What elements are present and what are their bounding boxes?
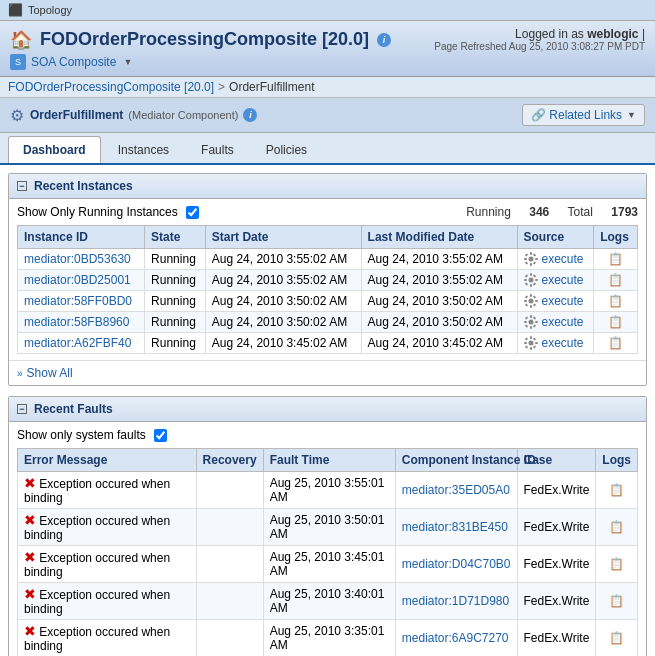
gear-icon	[524, 273, 538, 287]
fault-time: Aug 25, 2010 3:40:01 AM	[263, 583, 395, 620]
fault-case: FedEx.Write	[517, 583, 596, 620]
svg-rect-31	[535, 321, 538, 323]
col-state: State	[145, 226, 206, 249]
fault-component-id[interactable]: mediator:35ED05A0	[395, 472, 517, 509]
instance-id-link[interactable]: mediator:A62FBF40	[24, 336, 131, 350]
fault-recovery	[196, 472, 263, 509]
svg-rect-2	[530, 263, 532, 266]
breadcrumb-part2: OrderFulfillment	[229, 80, 314, 94]
source-link[interactable]: execute	[542, 273, 584, 287]
fault-error-msg: ✖ Exception occured when binding	[18, 620, 197, 657]
error-icon: ✖	[24, 512, 36, 528]
error-icon: ✖	[24, 623, 36, 639]
instance-source[interactable]: execute	[517, 312, 594, 333]
page-info-icon[interactable]: i	[243, 108, 257, 122]
gear-icon	[524, 252, 538, 266]
source-link[interactable]: execute	[542, 252, 584, 266]
instance-log[interactable]: 📋	[594, 249, 638, 270]
svg-point-18	[528, 299, 533, 304]
login-info: Logged in as weblogic | Page Refreshed A…	[434, 27, 645, 52]
related-links-button[interactable]: 🔗 Related Links ▼	[522, 104, 645, 126]
col-error-msg: Error Message	[18, 449, 197, 472]
tab-instances[interactable]: Instances	[103, 136, 184, 163]
soa-composite-label[interactable]: SOA Composite	[31, 55, 116, 69]
instance-source[interactable]: execute	[517, 333, 594, 354]
svg-rect-35	[532, 324, 536, 328]
table-row: ✖ Exception occured when binding Aug 25,…	[18, 472, 638, 509]
page-title: OrderFulfillment (Mediator Component) i	[30, 108, 257, 122]
instance-source[interactable]: execute	[517, 249, 594, 270]
instance-modified: Aug 24, 2010 3:50:02 AM	[361, 312, 517, 333]
collapse-faults-icon[interactable]: −	[17, 404, 27, 414]
fault-log[interactable]: 📋	[596, 509, 638, 546]
tab-policies[interactable]: Policies	[251, 136, 322, 163]
instances-table: Instance ID State Start Date Last Modifi…	[17, 225, 638, 354]
fault-error-msg: ✖ Exception occured when binding	[18, 472, 197, 509]
instance-start: Aug 24, 2010 3:50:02 AM	[205, 312, 361, 333]
table-row: ✖ Exception occured when binding Aug 25,…	[18, 546, 638, 583]
tab-faults[interactable]: Faults	[186, 136, 249, 163]
source-link[interactable]: execute	[542, 315, 584, 329]
source-link[interactable]: execute	[542, 294, 584, 308]
instances-filter-row: Show Only Running Instances Running 346 …	[17, 205, 638, 219]
soa-dropdown-arrow[interactable]: ▼	[123, 57, 132, 67]
fault-component-id[interactable]: mediator:D04C70B0	[395, 546, 517, 583]
title-info-icon[interactable]: i	[377, 33, 391, 47]
instance-log[interactable]: 📋	[594, 270, 638, 291]
component-id-link[interactable]: mediator:35ED05A0	[402, 483, 510, 497]
instance-source[interactable]: execute	[517, 291, 594, 312]
gear-icon	[524, 315, 538, 329]
svg-rect-3	[524, 258, 527, 260]
svg-rect-23	[524, 295, 528, 299]
fault-component-id[interactable]: mediator:6A9C7270	[395, 620, 517, 657]
component-id-link[interactable]: mediator:D04C70B0	[402, 557, 511, 571]
component-id-link[interactable]: mediator:1D71D980	[402, 594, 509, 608]
component-id-link[interactable]: mediator:6A9C7270	[402, 631, 509, 645]
fault-case: FedEx.Write	[517, 509, 596, 546]
topbar-label: Topology	[28, 4, 72, 16]
fault-log[interactable]: 📋	[596, 583, 638, 620]
show-running-checkbox[interactable]	[186, 206, 199, 219]
collapse-instances-icon[interactable]: −	[17, 181, 27, 191]
main-content: − Recent Instances Show Only Running Ins…	[0, 165, 655, 656]
source-link[interactable]: execute	[542, 336, 584, 350]
svg-rect-39	[524, 342, 527, 344]
component-header: ⚙ OrderFulfillment (Mediator Component) …	[0, 98, 655, 133]
breadcrumb-part1[interactable]: FODOrderProcessingComposite [20.0]	[8, 80, 214, 94]
instance-log[interactable]: 📋	[594, 333, 638, 354]
fault-log[interactable]: 📋	[596, 620, 638, 657]
instance-log[interactable]: 📋	[594, 291, 638, 312]
table-row: mediator:0BD25001 Running Aug 24, 2010 3…	[18, 270, 638, 291]
fault-log[interactable]: 📋	[596, 546, 638, 583]
table-row: ✖ Exception occured when binding Aug 25,…	[18, 620, 638, 657]
component-id-link[interactable]: mediator:831BE450	[402, 520, 508, 534]
running-count: 346	[529, 205, 549, 219]
svg-rect-1	[530, 252, 532, 255]
svg-rect-37	[530, 336, 532, 339]
instance-log[interactable]: 📋	[594, 312, 638, 333]
gear-icon	[524, 336, 538, 350]
show-all-instances[interactable]: » Show All	[9, 360, 646, 385]
svg-rect-28	[530, 315, 532, 318]
instance-modified: Aug 24, 2010 3:55:02 AM	[361, 270, 517, 291]
instance-id-link[interactable]: mediator:58FB8960	[24, 315, 129, 329]
fault-component-id[interactable]: mediator:1D71D980	[395, 583, 517, 620]
instance-id-link[interactable]: mediator:0BD25001	[24, 273, 131, 287]
instance-id-link[interactable]: mediator:0BD53630	[24, 252, 131, 266]
col-fault-logs: Logs	[596, 449, 638, 472]
svg-rect-6	[532, 253, 536, 257]
instance-id-link[interactable]: mediator:58FF0BD0	[24, 294, 132, 308]
svg-rect-24	[532, 295, 536, 299]
fault-log[interactable]: 📋	[596, 472, 638, 509]
tab-dashboard[interactable]: Dashboard	[8, 136, 101, 163]
faults-filter-row: Show only system faults	[17, 428, 638, 442]
login-user: weblogic	[587, 27, 638, 41]
show-system-checkbox[interactable]	[154, 429, 167, 442]
instance-start: Aug 24, 2010 3:55:02 AM	[205, 249, 361, 270]
table-row: mediator:58FF0BD0 Running Aug 24, 2010 3…	[18, 291, 638, 312]
fault-component-id[interactable]: mediator:831BE450	[395, 509, 517, 546]
instance-state: Running	[145, 312, 206, 333]
fault-case: FedEx.Write	[517, 546, 596, 583]
svg-rect-15	[532, 274, 536, 278]
instance-source[interactable]: execute	[517, 270, 594, 291]
